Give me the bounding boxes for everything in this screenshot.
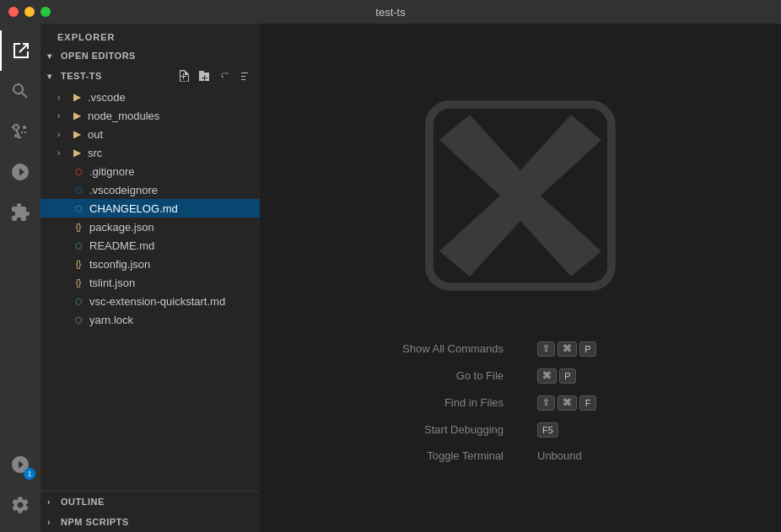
folder-icon: ▶ [69,126,84,142]
activity-settings[interactable] [0,485,40,525]
file-icon: ⬡ [71,293,86,309]
maximize-button[interactable] [40,7,51,17]
folder-chevron: › [57,93,69,102]
kb-go-to-file: Go to File ⌘ P [402,368,638,384]
key-f5: F5 [537,422,558,438]
key-cmd: ⌘ [557,395,577,411]
kb-keys: ⇧ ⌘ P [537,341,638,357]
folder-vscode[interactable]: › ▶ .vscode [40,88,260,106]
file-tree: › ▶ .vscode › ▶ node_modules › ▶ out › ▶… [40,88,260,491]
key-shift: ⇧ [537,341,555,357]
kb-label: Show All Commands [402,342,504,355]
key-f: F [579,395,596,411]
file-tsconfig[interactable]: {} tsconfig.json [40,255,260,273]
activity-explorer[interactable] [0,30,40,71]
file-changelog[interactable]: ⬡ CHANGELOG.md [40,199,260,218]
collapse-button[interactable] [236,67,253,84]
kb-start-debugging: Start Debugging F5 [402,422,638,438]
npm-label: NPM Scripts [61,517,129,527]
kb-label: Go to File [402,369,504,382]
key-unbound: Unbound [537,449,582,462]
file-readme[interactable]: ⬡ README.md [40,236,260,255]
kb-keys: ⌘ P [537,368,638,384]
file-name: CHANGELOG.md [89,202,178,215]
kb-toggle-terminal: Toggle Terminal Unbound [402,449,638,462]
activity-search[interactable] [0,71,40,111]
file-name: .gitignore [89,165,134,178]
file-icon: {} [71,275,86,290]
file-name: .vscodeignore [89,184,158,196]
key-p: P [579,341,596,357]
minimize-button[interactable] [24,7,35,17]
file-name: tsconfig.json [89,258,150,271]
activity-source-control[interactable] [0,111,40,152]
file-quickstart[interactable]: ⬡ vsc-extension-quickstart.md [40,292,260,310]
kb-label: Start Debugging [402,423,504,436]
file-vscodeignore[interactable]: ⬡ .vscodeignore [40,180,260,199]
test-ts-toolbar [175,67,253,84]
file-icon: ⬡ [71,238,86,253]
activity-bar-bottom: 1 [0,444,40,532]
file-icon: {} [71,256,86,271]
new-folder-button[interactable] [196,67,213,84]
outline-section[interactable]: Outline [40,492,260,512]
folder-name: src [88,147,102,159]
sidebar: Explorer Open Editors Test-TS [40,24,260,532]
kb-keys: ⇧ ⌘ F [537,395,638,411]
test-ts-chevron [47,72,61,81]
activity-debug[interactable] [0,152,40,192]
kb-keys: F5 [537,422,638,438]
npm-scripts-section[interactable]: NPM Scripts [40,512,260,532]
activity-account[interactable]: 1 [0,444,40,485]
outline-label: Outline [61,497,105,507]
refresh-button[interactable] [216,67,233,84]
activity-extensions[interactable] [0,192,40,233]
folder-icon: ▶ [69,145,84,160]
file-name: package.json [89,221,154,234]
window-title: test-ts [375,6,405,19]
traffic-lights [8,7,51,17]
file-tslint[interactable]: {} tslint.json [40,273,260,292]
new-file-button[interactable] [175,67,192,84]
key-p: P [559,368,576,384]
file-name: README.md [89,239,154,252]
key-cmd: ⌘ [537,368,557,384]
file-name: tslint.json [89,277,135,289]
file-icon: ⬡ [71,164,86,179]
key-cmd: ⌘ [557,341,577,357]
folder-chevron: › [57,148,69,158]
folder-icon: ▶ [69,89,84,105]
folder-out[interactable]: › ▶ out [40,125,260,143]
folder-name: node_modules [88,110,159,122]
main-layout: 1 Explorer Open Editors Test-TS [0,24,781,532]
folder-src[interactable]: › ▶ src [40,143,260,162]
sidebar-header: Explorer [40,24,260,47]
file-icon: ⬡ [71,182,86,197]
folder-node-modules[interactable]: › ▶ node_modules [40,106,260,125]
folder-chevron: › [57,111,69,121]
sidebar-bottom: Outline NPM Scripts [40,491,260,532]
folder-icon: ▶ [69,108,84,123]
folder-chevron: › [57,130,69,139]
file-name: vsc-extension-quickstart.md [89,295,225,308]
file-yarn[interactable]: ⬡ yarn.lock [40,310,260,329]
activity-bar: 1 [0,24,40,532]
open-editors-chevron [47,51,61,61]
vscode-logo [419,94,622,325]
file-icon: ⬡ [71,201,86,216]
kb-label: Toggle Terminal [402,449,504,462]
notification-badge: 1 [24,468,35,480]
close-button[interactable] [8,7,19,17]
kb-show-commands: Show All Commands ⇧ ⌘ P [402,341,638,357]
folder-name: .vscode [88,91,126,104]
test-ts-label: Test-TS [61,71,102,81]
open-editors-label: Open Editors [61,51,136,61]
kb-label: Find in Files [402,396,504,409]
file-package-json[interactable]: {} package.json [40,218,260,236]
file-icon: {} [71,219,86,234]
test-ts-section[interactable]: Test-TS [40,64,260,88]
file-icon: ⬡ [71,312,86,327]
outline-chevron [47,497,61,507]
file-gitignore[interactable]: ⬡ .gitignore [40,162,260,180]
open-editors-section[interactable]: Open Editors [40,47,260,64]
